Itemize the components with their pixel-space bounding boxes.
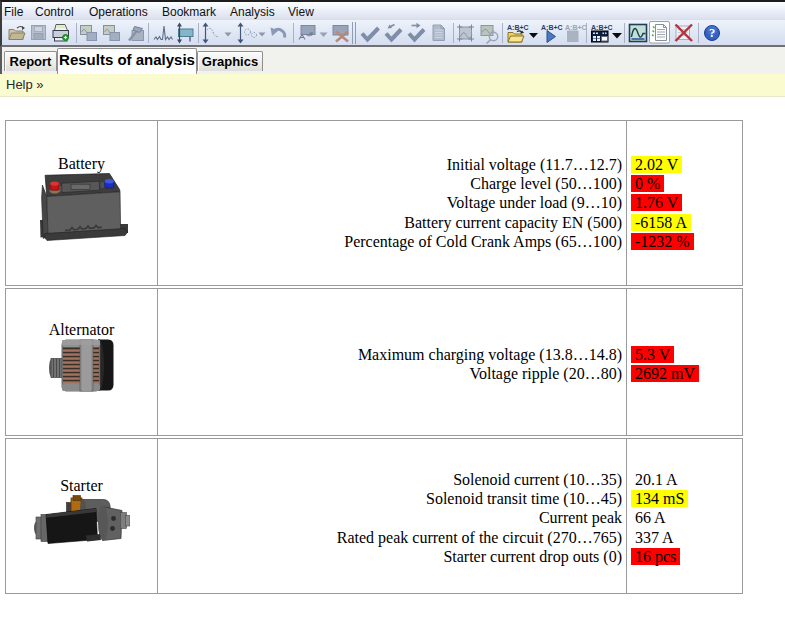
svg-text:A:B+C: A:B+C [591,24,613,31]
svg-text:A:B+C: A:B+C [565,24,587,31]
svg-text:A:B+C: A:B+C [541,24,563,31]
svg-text:A:B+C: A:B+C [507,24,529,31]
svg-text:?: ? [709,26,715,40]
